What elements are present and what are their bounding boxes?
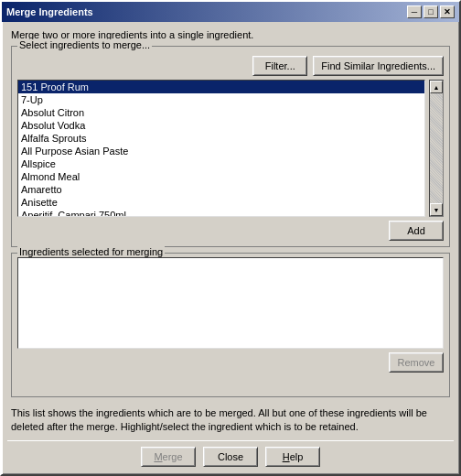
- scroll-up-button[interactable]: ▲: [430, 81, 443, 93]
- selected-ingredients-group: Ingredients selected for merging Remove: [11, 253, 450, 397]
- ingredient-list-item[interactable]: Aperitif, Campari 750ml: [18, 209, 424, 217]
- select-group-label: Select ingredients to merge...: [17, 39, 152, 50]
- filter-button[interactable]: Filter...: [252, 56, 307, 76]
- top-buttons: Filter... Find Similar Ingredients...: [17, 56, 444, 76]
- merge-underline: M: [154, 451, 162, 462]
- title-bar-controls: ─ □ ✕: [407, 5, 455, 18]
- select-ingredients-group: Select ingredients to merge... Filter...…: [11, 46, 450, 247]
- ingredient-list-item[interactable]: Absolut Citron: [18, 106, 424, 119]
- add-button[interactable]: Add: [389, 221, 444, 241]
- help-label-rest: elp: [290, 451, 304, 462]
- selected-group-label: Ingredients selected for merging: [17, 246, 165, 257]
- title-bar: Merge Ingredients ─ □ ✕: [2, 2, 459, 22]
- ingredient-list-item[interactable]: Almond Meal: [18, 170, 424, 183]
- bottom-buttons: Merge Close Help: [2, 441, 459, 474]
- merge-button[interactable]: Merge: [141, 447, 196, 467]
- ingredient-list-item[interactable]: Absolut Vodka: [18, 119, 424, 132]
- scroll-down-button[interactable]: ▼: [430, 203, 443, 216]
- add-row: Add: [17, 221, 444, 241]
- help-button[interactable]: Help: [265, 447, 320, 467]
- close-dialog-button[interactable]: Close: [203, 447, 258, 467]
- merge-ingredients-window: Merge Ingredients ─ □ ✕ Merge two or mor…: [0, 0, 461, 476]
- close-label: Close: [218, 451, 243, 462]
- ingredients-listbox[interactable]: 151 Proof Rum7-UpAbsolut CitronAbsolut V…: [17, 80, 425, 217]
- note-text: This list shows the ingredients which ar…: [11, 406, 450, 433]
- help-underline: H: [283, 451, 290, 462]
- ingredient-list-item[interactable]: 151 Proof Rum: [18, 81, 424, 93]
- ingredient-list-item[interactable]: Anisette: [18, 196, 424, 209]
- maximize-button[interactable]: □: [423, 5, 438, 18]
- minimize-button[interactable]: ─: [407, 5, 422, 18]
- selected-ingredients-listbox[interactable]: [17, 257, 444, 349]
- ingredient-list-item[interactable]: 7-Up: [18, 93, 424, 106]
- remove-row: Remove: [17, 352, 444, 373]
- dialog-content: Merge two or more ingredients into a sin…: [2, 22, 459, 440]
- close-button[interactable]: ✕: [440, 5, 455, 18]
- ingredient-list-item[interactable]: Amaretto: [18, 183, 424, 196]
- ingredients-listbox-container: 151 Proof Rum7-UpAbsolut CitronAbsolut V…: [17, 80, 444, 217]
- scroll-track: [430, 93, 443, 203]
- find-similar-button[interactable]: Find Similar Ingredients...: [313, 56, 444, 76]
- scrollbar: ▲ ▼: [429, 80, 444, 217]
- window-title: Merge Ingredients: [6, 6, 93, 17]
- remove-button[interactable]: Remove: [389, 352, 444, 373]
- ingredient-list-item[interactable]: Allspice: [18, 157, 424, 170]
- merge-label-rest: erge: [163, 451, 183, 462]
- ingredient-list-item[interactable]: Alfalfa Sprouts: [18, 132, 424, 145]
- ingredient-list-item[interactable]: All Purpose Asian Paste: [18, 145, 424, 157]
